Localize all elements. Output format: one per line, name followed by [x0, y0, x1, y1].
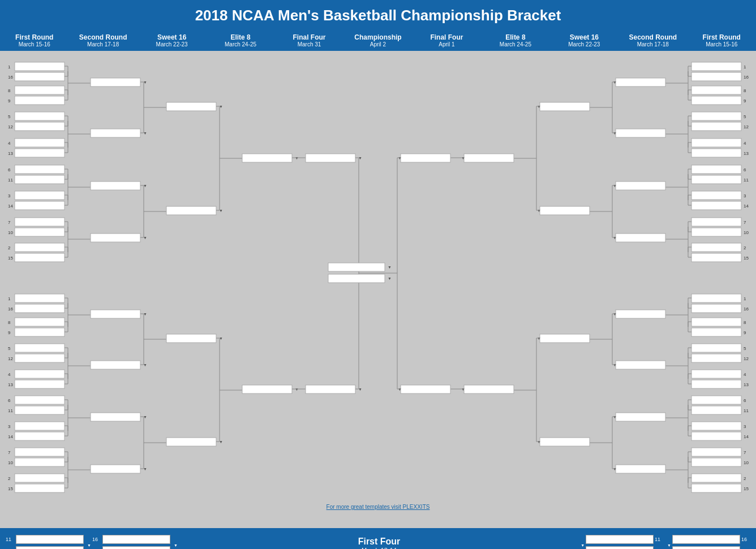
page-title: 2018 NCAA Men's Basketball Championship … [0, 0, 756, 31]
ff-arrow-rr: ▼ [667, 543, 671, 547]
ff-input-l1[interactable] [16, 535, 84, 544]
svg-rect-197 [691, 72, 741, 81]
round-header-7: Final Four April 1 [418, 33, 475, 47]
svg-text:8: 8 [8, 320, 11, 325]
svg-text:2: 2 [744, 476, 746, 481]
svg-rect-277 [540, 206, 590, 215]
svg-text:12: 12 [8, 356, 13, 361]
svg-rect-40 [15, 191, 65, 200]
svg-rect-49 [15, 218, 65, 226]
svg-text:2: 2 [8, 476, 11, 481]
ff-input-l2[interactable] [16, 546, 84, 549]
svg-text:7: 7 [8, 220, 11, 225]
svg-text:9: 9 [744, 98, 746, 103]
svg-text:3: 3 [8, 193, 11, 198]
svg-text:9: 9 [8, 98, 11, 103]
svg-rect-142 [15, 458, 65, 466]
svg-text:4: 4 [744, 372, 746, 377]
footer-link[interactable]: For more great templates visit PLEXXITS [327, 504, 430, 510]
svg-rect-58 [15, 253, 65, 262]
svg-rect-191 [328, 263, 385, 271]
svg-text:8: 8 [744, 320, 746, 325]
svg-rect-26 [15, 149, 65, 157]
svg-rect-131 [15, 422, 65, 430]
svg-rect-183 [306, 154, 355, 162]
first-four-center: First Four March 13-14 [179, 537, 579, 549]
ff-seed-lr1: 16 [92, 537, 101, 542]
ff-input-lr1[interactable] [102, 535, 170, 544]
svg-rect-295 [691, 328, 741, 336]
ff-input-lr2[interactable] [102, 546, 170, 549]
ff-input-rr2[interactable] [672, 546, 740, 549]
svg-rect-220 [691, 149, 741, 157]
svg-text:15: 15 [744, 486, 749, 491]
svg-text:2: 2 [8, 245, 11, 250]
svg-rect-213 [691, 122, 741, 131]
svg-text:16: 16 [744, 306, 749, 312]
round-header-4: Elite 8 March 24-25 [212, 33, 269, 47]
svg-rect-17 [15, 112, 65, 120]
svg-rect-115 [15, 370, 65, 378]
svg-rect-236 [691, 201, 741, 210]
svg-text:4: 4 [8, 372, 11, 377]
svg-text:4: 4 [8, 141, 11, 146]
svg-text:15: 15 [744, 256, 749, 261]
svg-rect-92 [15, 294, 65, 302]
svg-rect-259 [616, 78, 665, 87]
svg-rect-156 [91, 310, 140, 318]
svg-text:6: 6 [744, 398, 746, 403]
svg-text:7: 7 [744, 450, 746, 455]
svg-rect-343 [691, 484, 741, 492]
svg-text:13: 13 [8, 151, 13, 156]
svg-rect-73 [91, 181, 140, 190]
svg-rect-8 [15, 86, 65, 94]
svg-rect-283 [464, 154, 514, 162]
svg-rect-275 [540, 102, 590, 111]
svg-rect-368 [540, 438, 590, 446]
svg-rect-227 [691, 165, 741, 174]
svg-rect-10 [15, 96, 65, 105]
first-four-title: First Four [179, 537, 579, 547]
svg-rect-1 [15, 62, 65, 71]
svg-text:1: 1 [744, 296, 746, 301]
svg-rect-261 [616, 129, 665, 137]
ff-input-rl2[interactable] [586, 546, 654, 549]
svg-text:5: 5 [744, 346, 746, 351]
svg-text:14: 14 [8, 204, 13, 209]
svg-rect-108 [15, 344, 65, 352]
svg-text:7: 7 [744, 220, 746, 225]
svg-rect-101 [15, 328, 65, 336]
svg-rect-42 [15, 201, 65, 210]
svg-rect-65 [91, 78, 140, 87]
first-four-date: March 13-14 [179, 547, 579, 549]
svg-rect-267 [616, 181, 665, 190]
svg-text:8: 8 [8, 88, 11, 93]
svg-rect-309 [691, 370, 741, 378]
svg-rect-341 [691, 474, 741, 482]
svg-rect-117 [15, 380, 65, 388]
svg-text:3: 3 [744, 193, 746, 198]
svg-rect-374 [464, 385, 514, 394]
ff-arrow-lr: ▼ [174, 543, 178, 547]
ff-input-rr1[interactable] [672, 535, 740, 544]
svg-rect-56 [15, 243, 65, 252]
svg-rect-185 [306, 385, 355, 394]
svg-rect-75 [91, 234, 140, 242]
ff-seed-rr1: 16 [741, 537, 750, 542]
svg-rect-302 [691, 344, 741, 352]
ff-seed-l1: 11 [6, 537, 15, 542]
ff-arrow-rl: ▼ [581, 543, 585, 547]
svg-text:13: 13 [744, 382, 749, 387]
svg-rect-99 [15, 318, 65, 326]
round-header-2: Second Round March 17-18 [75, 33, 131, 47]
svg-text:15: 15 [8, 486, 13, 491]
svg-text:6: 6 [8, 167, 11, 172]
svg-rect-320 [691, 406, 741, 414]
svg-rect-250 [691, 243, 741, 252]
svg-rect-311 [691, 380, 741, 388]
ff-input-rl1[interactable] [586, 535, 654, 544]
svg-rect-379 [401, 385, 450, 394]
svg-rect-318 [691, 396, 741, 404]
svg-text:13: 13 [744, 151, 749, 156]
svg-rect-195 [691, 62, 741, 71]
